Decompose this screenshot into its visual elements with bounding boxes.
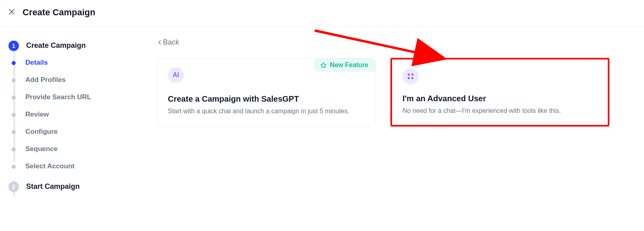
step-label: Start Campaign	[26, 182, 80, 191]
step-create-campaign[interactable]: 1 Create Campaign	[5, 38, 123, 53]
substep-provide-search-url[interactable]: Provide Search URL	[5, 90, 123, 104]
substep-add-profiles[interactable]: Add Profiles	[5, 73, 123, 87]
card-desc: No need for a chat—I'm experienced with …	[402, 107, 597, 114]
card-advanced-user[interactable]: I'm an Advanced User No need for a chat—…	[390, 58, 609, 127]
chevron-left-icon	[157, 40, 162, 45]
substep-details[interactable]: Details	[5, 56, 123, 70]
svg-rect-0	[408, 74, 410, 76]
step-label: Create Campaign	[26, 41, 86, 50]
substep-label: Provide Search URL	[25, 93, 91, 102]
step-number-icon: 2	[8, 182, 19, 192]
grid-icon	[402, 68, 419, 84]
card-title: I'm an Advanced User	[402, 94, 597, 103]
svg-rect-1	[411, 74, 413, 76]
substep-configure[interactable]: Configure	[5, 125, 123, 139]
close-icon[interactable]	[8, 8, 15, 17]
ai-icon: AI	[168, 67, 184, 83]
dot-icon	[12, 78, 16, 82]
page-title: Create Campaign	[23, 7, 95, 18]
dot-icon	[12, 61, 16, 65]
card-salesgpt[interactable]: New Feature AI Create a Campaign with Sa…	[157, 58, 376, 127]
stepper-sidebar: 1 Create Campaign Details Add Profiles P…	[0, 38, 133, 194]
substep-review[interactable]: Review	[5, 108, 123, 122]
svg-rect-2	[408, 77, 410, 79]
star-icon	[320, 62, 327, 69]
substep-label: Sequence	[25, 145, 58, 154]
substep-select-account[interactable]: Select Account	[5, 159, 123, 174]
page-header: Create Campaign	[0, 0, 644, 27]
back-button[interactable]: Back	[157, 38, 179, 47]
svg-rect-3	[411, 77, 413, 79]
back-label: Back	[163, 38, 179, 47]
main-panel: Back New Feature AI Create a Campaign wi…	[133, 38, 644, 194]
substep-label: Configure	[25, 127, 58, 137]
dot-icon	[12, 165, 16, 169]
step-start-campaign[interactable]: 2 Start Campaign	[5, 179, 123, 194]
substep-sequence[interactable]: Sequence	[5, 142, 123, 156]
card-title: Create a Campaign with SalesGPT	[168, 94, 365, 104]
substep-label: Review	[25, 110, 49, 119]
dot-icon	[12, 147, 16, 151]
new-feature-badge: New Feature	[314, 58, 376, 72]
dot-icon	[12, 130, 16, 134]
substep-label: Details	[25, 58, 48, 67]
substep-label: Select Account	[25, 162, 74, 171]
new-feature-label: New Feature	[330, 61, 368, 69]
card-desc: Start with a quick chat and launch a cam…	[168, 108, 365, 115]
substep-label: Add Profiles	[25, 76, 66, 85]
dot-icon	[12, 113, 16, 117]
step-number-icon: 1	[8, 41, 19, 51]
dot-icon	[12, 96, 16, 100]
ai-icon-label: AI	[173, 72, 179, 79]
